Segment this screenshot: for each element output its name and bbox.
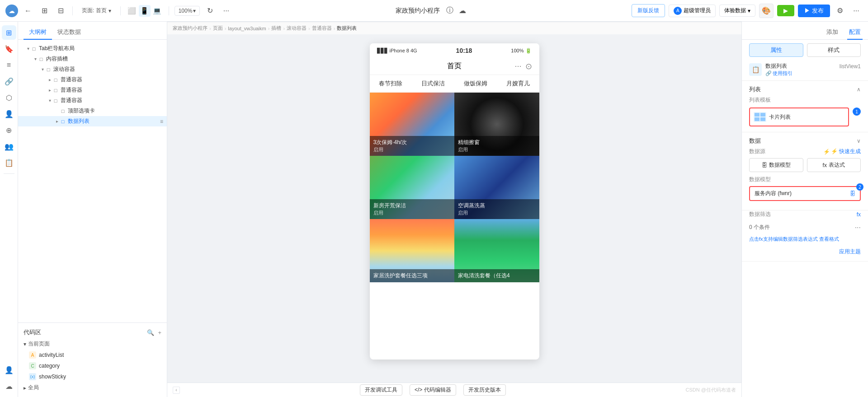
icon-bar-add[interactable]: ⊕ <box>2 123 16 137</box>
action-icon-reorder[interactable]: ≡ <box>160 108 163 114</box>
more-options-button[interactable]: ··· <box>220 5 232 17</box>
filter-hint[interactable]: 点击fx支持编辑数据筛选表达式 查看格式 <box>749 234 861 246</box>
tab-state[interactable]: 状态数据 <box>52 25 86 40</box>
icon-bar-data[interactable]: 🔗 <box>2 74 16 89</box>
color-toggle-button[interactable]: 🎨 <box>759 4 774 18</box>
grid-label-5: 家居洗护套餐任选三项 <box>370 269 455 282</box>
filter-more-button[interactable]: ··· <box>855 224 861 232</box>
dev-history-button[interactable]: 开发历史版本 <box>463 384 506 396</box>
icon-bar-pages[interactable]: 🔖 <box>2 42 16 56</box>
filter-fx-button[interactable]: fx <box>857 211 861 218</box>
icon-bar-plugins[interactable]: ⬡ <box>2 90 16 105</box>
icon-bar-components[interactable]: ≡ <box>2 58 16 72</box>
tree-item-container-2[interactable]: ▸ □ 普通容器 <box>18 85 167 95</box>
icon-bar-data2[interactable]: 📋 <box>2 155 16 170</box>
apply-theme-button[interactable]: 应用主题 <box>839 248 861 256</box>
page-selector[interactable]: 页面: 首页 ▾ <box>78 5 115 16</box>
tree-item-data-list[interactable]: ▸ □ 数据列表 ≡ <box>18 116 167 126</box>
quick-generate-button[interactable]: ⚡ ⚡ 快速生成 <box>823 148 861 155</box>
phone-tab-3[interactable]: 做饭保姆 <box>454 75 497 92</box>
tab-outline[interactable]: 大纲树 <box>24 25 52 40</box>
play-button[interactable]: ▶ <box>777 5 794 16</box>
style-button[interactable]: 样式 <box>807 43 861 57</box>
grid-sublabel-5 <box>373 280 451 281</box>
add-code-button[interactable]: + <box>158 329 161 336</box>
icon-bar-cloud[interactable]: ☁ <box>2 379 16 393</box>
grid-item-3[interactable]: 新房开荒保洁 启用 <box>370 156 455 219</box>
admin-selector[interactable]: A 超级管理员 <box>669 5 716 17</box>
tree-item-container-1[interactable]: ▸ □ 普通容器 <box>18 75 167 85</box>
code-item-showsticky[interactable]: (x) showSticky <box>18 371 167 382</box>
grid-item-4[interactable]: 空调蒸洗蒸 启用 <box>454 156 539 219</box>
zoom-selector[interactable]: 100% ▾ <box>175 6 200 16</box>
back-button[interactable]: ← <box>22 5 34 17</box>
grid-item-5[interactable]: 家居洗护套餐任选三项 <box>370 219 455 282</box>
info-button[interactable]: ⓘ <box>443 5 456 17</box>
icon-bar-profile[interactable]: 👤 <box>2 363 16 377</box>
current-page-header[interactable]: ▾ 当前页面 <box>18 338 167 350</box>
search-code-button[interactable]: 🔍 <box>147 329 154 336</box>
data-section: 数据 ∨ 数据源 ⚡ ⚡ 快速生成 🗄 <box>742 132 868 210</box>
tree-item-content-slot[interactable]: ▾ □ 内容插槽 <box>18 54 167 64</box>
breadcrumb-container[interactable]: 普通容器 <box>312 25 332 32</box>
phone-icon[interactable]: 📱 <box>139 5 151 17</box>
data-table-hint[interactable]: 🔗 使用指引 <box>765 70 861 77</box>
icon-bar-outline[interactable]: ⊞ <box>2 25 16 40</box>
exp-data-selector[interactable]: 体验数据 ▾ <box>719 5 755 17</box>
publish-button[interactable]: ▶ 发布 <box>798 5 830 17</box>
grid-item-1[interactable]: 3次保姆·4h/次 启用 <box>370 93 455 156</box>
breadcrumb-datalist[interactable]: 数据列表 <box>337 25 357 32</box>
breadcrumb-layout[interactable]: layout_vw3uaikm <box>228 26 266 31</box>
grid-item-6[interactable]: 家电清洗套餐（任选4 <box>454 219 539 282</box>
settings-button[interactable]: ⚙ <box>834 5 846 17</box>
attr-button[interactable]: 属性 <box>749 43 803 57</box>
cloud-status-button[interactable]: ☁ <box>456 5 469 17</box>
phone-tab-1[interactable]: 春节扫除 <box>370 75 412 92</box>
list-section-arrow[interactable]: ∧ <box>857 86 861 93</box>
code-editor-button[interactable]: </> 代码编辑器 <box>410 384 456 396</box>
tree-item-scroll[interactable]: ▾ □ 滚动容器 ⚡ <box>18 64 167 75</box>
data-section-arrow[interactable]: ∨ <box>857 138 861 144</box>
tree-item-tab-nav[interactable]: ▾ □ Tab栏导航布局 <box>18 43 167 54</box>
data-model-db-icon: 🗄 <box>850 191 855 197</box>
global-header[interactable]: ▸ 全局 <box>18 382 167 393</box>
breadcrumb-page[interactable]: 页面 <box>213 25 223 32</box>
code-item-activitylist[interactable]: A activityList <box>18 350 167 360</box>
overflow-button[interactable]: ··· <box>850 5 863 17</box>
split-view-button[interactable]: ⊟ <box>54 5 67 17</box>
tree-item-container-3[interactable]: ▾ □ 普通容器 <box>18 95 167 106</box>
data-model-label-text: 数据模型 <box>749 176 771 183</box>
current-page-arrow-icon: ▾ <box>24 341 26 347</box>
breadcrumb-app[interactable]: 家政预约小程序 <box>173 25 208 32</box>
tab-config[interactable]: 配置 <box>847 25 863 40</box>
item-icon-4a: □ <box>52 77 59 83</box>
tree-item-top-tabs[interactable]: □ 顶部选项卡 ≡ <box>18 106 167 116</box>
phone-nav-bar: 首页 ··· ⊙ <box>370 58 539 75</box>
panel-collapse-button[interactable]: ‹ <box>173 387 180 394</box>
tablet-icon[interactable]: ⬜ <box>126 5 138 17</box>
action-icon-data-reorder[interactable]: ≡ <box>160 118 163 125</box>
code-item-category[interactable]: C category <box>18 360 167 371</box>
refresh-button[interactable]: ↻ <box>203 5 216 17</box>
icon-bar-teams[interactable]: 👥 <box>2 139 16 154</box>
phone-tab-2[interactable]: 日式保洁 <box>412 75 454 92</box>
expression-label: 表达式 <box>829 161 845 169</box>
action-icon-lightning[interactable]: ⚡ <box>156 66 163 73</box>
expression-button[interactable]: fx 表达式 <box>807 158 861 172</box>
category-icon: C <box>29 362 36 369</box>
data-table-text: 数据列表 listView1 🔗 使用指引 <box>765 62 861 77</box>
data-model-button[interactable]: 🗄 数据模型 <box>749 158 803 172</box>
desktop-icon[interactable]: 💻 <box>151 5 163 17</box>
grid-item-2[interactable]: 精细擦窗 启用 <box>454 93 539 156</box>
feedback-button[interactable]: 新版反馈 <box>632 4 665 17</box>
data-model-input[interactable]: 服务内容 (fwnr) 🗄 <box>749 186 861 201</box>
data-source-label-row: 数据源 ⚡ ⚡ 快速生成 <box>749 148 861 155</box>
template-card-list[interactable]: 卡片列表 <box>749 107 849 126</box>
dev-tools-button[interactable]: 开发调试工具 <box>360 384 402 396</box>
tab-add[interactable]: 添加 <box>825 25 840 40</box>
breadcrumb-slot[interactable]: 插槽 <box>271 25 281 32</box>
breadcrumb-scroll[interactable]: 滚动容器 <box>287 25 307 32</box>
phone-tab-4[interactable]: 月嫂育儿 <box>497 75 539 92</box>
icon-bar-users[interactable]: 👤 <box>2 107 16 121</box>
grid-view-button[interactable]: ⊞ <box>38 5 51 17</box>
